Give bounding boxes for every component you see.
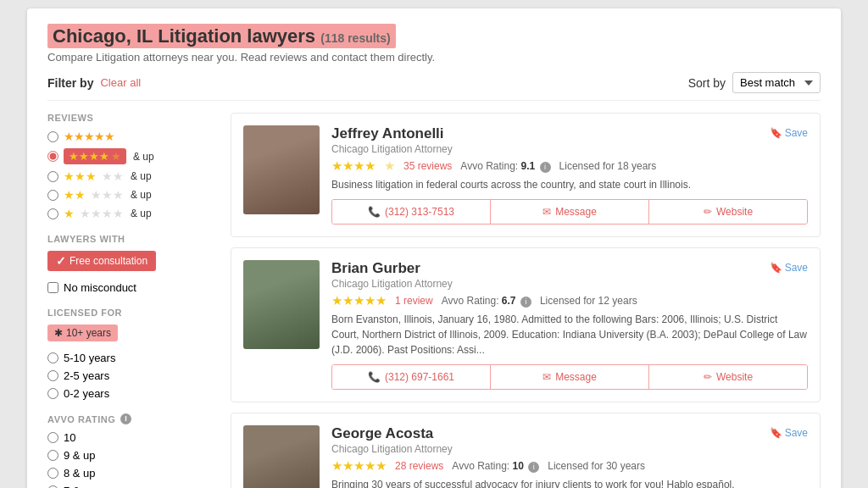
avvo-info-icon[interactable]: i [120,413,131,424]
filter-3stars[interactable]: ★★★★★ & up [47,169,217,183]
licensed-2-5-label: 2-5 years [64,369,109,382]
no-misconduct-label: No misconduct [64,281,136,294]
filter-by-label: Filter by [47,76,93,90]
lawyer-title-3: Chicago Litigation Attorney [331,443,453,455]
avvo-info-3[interactable]: i [528,462,539,473]
phone-button-2[interactable]: 📞 (312) 697-1661 [332,365,491,389]
website-button-2[interactable]: ✏ Website [649,365,807,389]
free-consultation-chip[interactable]: ✓ Free consultation [47,251,156,271]
phone-icon-1: 📞 [368,206,381,218]
stars-5-radio[interactable] [47,131,58,142]
avvo-8up[interactable]: 8 & up [47,467,217,480]
licensed-for-title: LICENSED FOR [47,308,217,318]
name-title-block-1: Jeffrey Antonelli Chicago Litigation Att… [331,125,453,158]
licensed-text-2: Licensed for 12 years [540,295,637,307]
licensed-10plus-chip[interactable]: ✱ 10+ years [47,324,118,341]
card-actions-2: 📞 (312) 697-1661 ✉ Message ✏ Website [331,364,808,390]
avvo-rating-2: Avvo Rating: 6.7 i [442,295,531,308]
lawyer-title-2: Chicago Litigation Attorney [331,278,453,290]
lawyer-photo-1 [243,125,320,214]
avvo-info-2[interactable]: i [520,297,531,308]
lawyer-name-2: Brian Gurber [331,260,453,277]
avvo-10-label: 10 [64,431,75,444]
licensed-5-10[interactable]: 5-10 years [47,352,217,364]
lawyer-photo-2 [243,260,320,349]
top-row-3: George Acosta Chicago Litigation Attorne… [331,425,808,458]
sidebar: REVIEWS ★★★★★ ★★★★★ & up ★★★★★ [47,113,217,488]
stars-4-chip: ★★★★★ [64,148,126,164]
card-inner-1: Jeffrey Antonelli Chicago Litigation Att… [243,125,808,225]
save-button-3[interactable]: 🔖 Save [770,427,808,439]
rating-row-2: ★★★★★ 1 review Avvo Rating: 6.7 i Licens… [331,293,808,308]
save-icon-3: 🔖 [770,427,782,439]
licensed-2-5[interactable]: 2-5 years [47,369,217,382]
filter-5stars[interactable]: ★★★★★ [47,130,217,143]
lawyer-photo-3 [243,425,320,488]
stars-1-label: & up [131,208,152,219]
stars-1-icon: ★ [64,207,75,220]
phone-icon-2: 📞 [368,371,381,383]
lawyer-title-1: Chicago Litigation Attorney [331,143,453,155]
lawyer-card-2: Brian Gurber Chicago Litigation Attorney… [231,247,821,402]
filter-1star[interactable]: ★★★★★ & up [47,207,217,220]
licensed-0-2[interactable]: 0-2 years [47,387,217,400]
filter-4stars[interactable]: ★★★★★ & up [47,148,217,164]
page-container: Chicago, IL Litigation lawyers (118 resu… [27,8,841,488]
save-button-1[interactable]: 🔖 Save [770,127,808,139]
save-button-2[interactable]: 🔖 Save [770,262,808,274]
message-button-2[interactable]: ✉ Message [491,365,649,389]
licensed-text-1: Licensed for 18 years [559,160,657,172]
sort-select[interactable]: Best match [732,72,821,93]
filter-2stars[interactable]: ★★★★★ & up [47,188,217,202]
stars-3-radio[interactable] [47,171,58,182]
licensed-0-2-radio[interactable] [47,388,58,399]
stars-3-icon: ★★★ [64,169,97,183]
licensed-5-10-radio[interactable] [47,352,58,363]
avvo-10[interactable]: 10 [47,431,217,444]
lawyer-card-3: George Acosta Chicago Litigation Attorne… [231,413,821,488]
stars-5-icon: ★★★★★ [64,130,114,143]
lawyer-name-3: George Acosta [331,425,453,442]
card-inner-2: Brian Gurber Chicago Litigation Attorney… [243,260,808,390]
licensed-for-section: LICENSED FOR ✱ 10+ years 5-10 years 2-5 … [47,308,217,400]
website-icon-1: ✏ [704,206,712,218]
reviews-link-3[interactable]: 28 reviews [395,460,443,472]
stars-2-icon: ★★ [64,188,86,202]
avvo-info-1[interactable]: i [540,162,551,173]
rating-row-1: ★★★★★ 35 reviews Avvo Rating: 9.1 i Lice… [331,158,808,174]
website-button-1[interactable]: ✏ Website [649,200,807,224]
chip-close-icon: ✓ [56,254,66,268]
stars-4-label: & up [133,151,154,163]
clear-all-button[interactable]: Clear all [100,76,141,89]
phone-button-1[interactable]: 📞 (312) 313-7513 [332,200,491,224]
avvo-9up-radio[interactable] [47,450,58,461]
no-misconduct-checkbox[interactable] [47,282,58,293]
avvo-10-radio[interactable] [47,432,58,443]
reviews-link-1[interactable]: 35 reviews [403,160,452,172]
page-header: Chicago, IL Litigation lawyers (118 resu… [47,25,821,64]
no-misconduct-option[interactable]: No misconduct [47,281,217,294]
top-row-2: Brian Gurber Chicago Litigation Attorney… [331,260,808,293]
reviews-section-title: REVIEWS [47,113,217,123]
reviews-section: REVIEWS ★★★★★ ★★★★★ & up ★★★★★ [47,113,217,220]
stars-2-radio[interactable] [47,190,58,201]
website-icon-2: ✏ [704,371,712,383]
lawyer-info-2: Brian Gurber Chicago Litigation Attorney… [331,260,808,390]
licensed-10plus-label: 10+ years [66,327,111,339]
licensed-2-5-radio[interactable] [47,370,58,381]
name-title-block-3: George Acosta Chicago Litigation Attorne… [331,425,453,458]
lawyer-name-1: Jeffrey Antonelli [331,125,453,142]
avvo-7up[interactable]: 7 & up [47,485,217,488]
avvo-8up-radio[interactable] [47,468,58,479]
message-button-1[interactable]: ✉ Message [491,200,649,224]
lawyer-desc-3: Bringing 30 years of successful advocacy… [331,477,808,488]
card-inner-3: George Acosta Chicago Litigation Attorne… [243,425,808,488]
reviews-link-2[interactable]: 1 review [395,295,433,307]
stars-1-radio[interactable] [47,208,58,219]
lawyers-with-section: LAWYERS WITH ✓ Free consultation No misc… [47,234,217,294]
lawyer-desc-1: Business litigation in federal courts ac… [331,177,808,192]
stars-4-radio[interactable] [47,151,58,162]
avvo-9up[interactable]: 9 & up [47,449,217,462]
save-icon-2: 🔖 [770,262,782,274]
subtitle: Compare Litigation attorneys near you. R… [47,51,821,64]
